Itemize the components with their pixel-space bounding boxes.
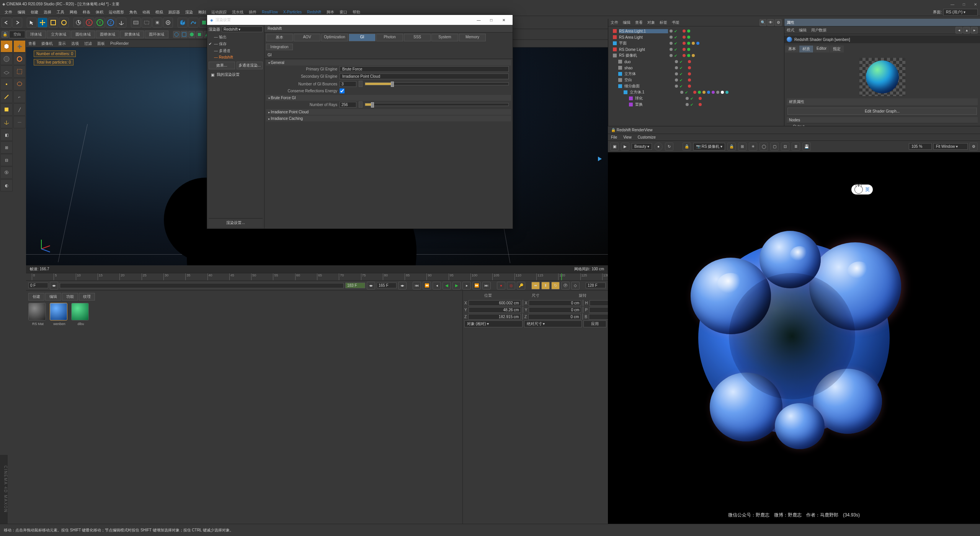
object-tag-icon[interactable] <box>696 42 699 45</box>
menu-tracker[interactable]: 跟踪器 <box>166 9 182 16</box>
visibility-toggle[interactable]: ✔ <box>690 103 693 107</box>
coord-spin[interactable] <box>522 314 523 320</box>
layer-dot[interactable] <box>670 42 673 45</box>
rv-region-icon[interactable]: ◯ <box>760 142 768 151</box>
object-name[interactable]: 置换 <box>635 102 684 107</box>
lock-z[interactable]: Z <box>106 18 116 28</box>
rv-save-icon[interactable]: 💾 <box>802 142 811 151</box>
undo-button[interactable] <box>2 18 11 28</box>
attr-menu-userdata[interactable]: 用户数据 <box>811 28 826 33</box>
rv-render-output[interactable]: 微信公众号：野鹿志 微博：野鹿志 作者：马鹿野郎 (34.93s) <box>608 152 980 524</box>
rs-tree-check[interactable]: ✔ <box>209 42 212 46</box>
coord-spin[interactable] <box>523 300 523 306</box>
visibility-toggle[interactable]: ✔ <box>674 29 677 33</box>
add-cube[interactable] <box>178 18 188 28</box>
object-name[interactable]: RS Area Light <box>619 35 668 39</box>
attr-tab-0[interactable]: 基本 <box>785 46 799 52</box>
rs-tab[interactable]: 基本 <box>266 34 293 41</box>
lt-quant[interactable]: Ⓢ <box>0 167 13 179</box>
rs-tab[interactable]: Photon <box>376 34 403 41</box>
object-tag-icon[interactable] <box>725 91 728 94</box>
rs-tab-integration[interactable]: Integration <box>266 44 293 50</box>
layer-dot[interactable] <box>675 72 678 75</box>
rs-bounces-spin[interactable] <box>359 81 363 87</box>
pi-4[interactable] <box>196 31 203 38</box>
material-thumb[interactable] <box>28 303 46 320</box>
object-name[interactable]: 立方体.1 <box>630 90 679 95</box>
rv-ipr-btn[interactable]: ▶ <box>621 142 629 151</box>
object-tag-icon[interactable] <box>688 72 691 75</box>
timeline-ruler[interactable]: 0510152025303540455055606570758085909510… <box>26 273 608 281</box>
coord-size-input[interactable] <box>528 314 581 320</box>
rs-bounces-slider[interactable] <box>365 82 509 85</box>
timeline-start-input[interactable] <box>28 283 48 288</box>
rs-tab[interactable]: Optimization <box>321 34 348 41</box>
object-tag-icon[interactable] <box>698 91 701 94</box>
move-tool[interactable] <box>38 18 47 28</box>
tl-keysel[interactable]: 🔑 <box>517 282 525 289</box>
timeline-marker[interactable] <box>561 273 562 280</box>
lock-x[interactable]: X <box>84 18 94 28</box>
menu-file[interactable]: 文件 <box>2 9 15 16</box>
menu-redshift[interactable]: Redshift <box>305 9 323 15</box>
rs-primary-select[interactable]: Brute Force <box>340 66 509 72</box>
coord-pos-input[interactable] <box>469 300 521 306</box>
om-filter-icon[interactable]: ⚙ <box>775 19 782 26</box>
rv-settings-icon[interactable]: ⚙ <box>969 142 978 151</box>
object-tag-icon[interactable] <box>687 48 690 51</box>
rotate-tool[interactable] <box>59 18 69 28</box>
lt-brush[interactable]: ╱ <box>13 103 26 116</box>
rs-footer-btn[interactable]: 渲染设置... <box>209 218 263 227</box>
object-tag-icon[interactable] <box>716 91 719 94</box>
object-row[interactable]: RS Dome Light✔ <box>609 46 783 52</box>
visibility-toggle[interactable]: ✔ <box>690 96 693 101</box>
object-tag-icon[interactable] <box>707 91 710 94</box>
attr-tab-1[interactable]: 材质 <box>799 46 813 52</box>
window-minimize[interactable]: — <box>950 2 955 7</box>
rv-stop-btn[interactable]: ● <box>654 142 663 151</box>
rs-multipass-btn[interactable]: 多通道渲染... <box>237 62 263 69</box>
object-name[interactable]: 空白 <box>624 77 673 83</box>
lt-snap[interactable]: ⊞ <box>0 141 13 154</box>
menu-volume[interactable]: 体积 <box>93 9 106 16</box>
object-row[interactable]: 细分曲面✔ <box>609 83 783 89</box>
object-tag-icon[interactable] <box>692 54 695 57</box>
pi-2[interactable] <box>181 31 188 38</box>
rs-conserve-checkbox[interactable] <box>340 88 345 93</box>
object-name[interactable]: 球化 <box>635 96 684 101</box>
om-eye-icon[interactable]: 👁 <box>767 19 774 26</box>
object-row[interactable]: RS Area Light.1✔ <box>609 28 783 34</box>
coord-spin[interactable] <box>523 307 523 313</box>
visibility-toggle[interactable]: ✔ <box>679 78 683 82</box>
palette-tab-3[interactable]: 圆柱体域 <box>71 31 95 38</box>
rs-rays-input[interactable] <box>340 102 356 108</box>
material-thumb[interactable] <box>50 303 67 320</box>
visibility-toggle[interactable]: ✔ <box>674 54 677 58</box>
pi-3[interactable] <box>188 31 195 38</box>
vp-menu-prorender[interactable]: ProRender <box>110 41 129 46</box>
coord-spin[interactable] <box>582 314 583 320</box>
rs-my-settings[interactable]: ▣我的渲染设置 <box>209 71 263 78</box>
menu-simulate[interactable]: 模拟 <box>153 9 165 16</box>
timeline-scrollbar[interactable] <box>60 283 344 288</box>
object-tag-icon[interactable] <box>712 91 715 94</box>
menu-animate[interactable]: 动画 <box>140 9 152 16</box>
layer-dot[interactable] <box>670 48 673 51</box>
visibility-toggle[interactable]: ✔ <box>679 84 683 88</box>
timeline-end-input[interactable] <box>377 283 397 288</box>
redo-button[interactable] <box>12 18 22 28</box>
rv-bucket-icon[interactable]: ▢ <box>770 142 779 151</box>
edit-shader-graph-btn[interactable]: Edit Shader Graph... <box>787 108 977 115</box>
coord-system[interactable] <box>116 18 126 28</box>
vp-menu-display[interactable]: 显示 <box>58 41 66 46</box>
render-region-btn[interactable] <box>142 18 152 28</box>
layer-dot[interactable] <box>670 54 673 57</box>
rs-max[interactable]: □ <box>485 18 497 22</box>
coord-spin[interactable] <box>583 307 583 313</box>
object-tag-icon[interactable] <box>683 48 686 51</box>
attr-menu-edit[interactable]: 编辑 <box>799 28 807 33</box>
object-row[interactable]: RS Area Light✔ <box>609 34 783 40</box>
object-tag-icon[interactable] <box>683 42 686 45</box>
lt-viewport-solo[interactable]: ◧ <box>0 129 13 141</box>
tl-step-fwd[interactable]: ⏩ <box>472 282 481 289</box>
